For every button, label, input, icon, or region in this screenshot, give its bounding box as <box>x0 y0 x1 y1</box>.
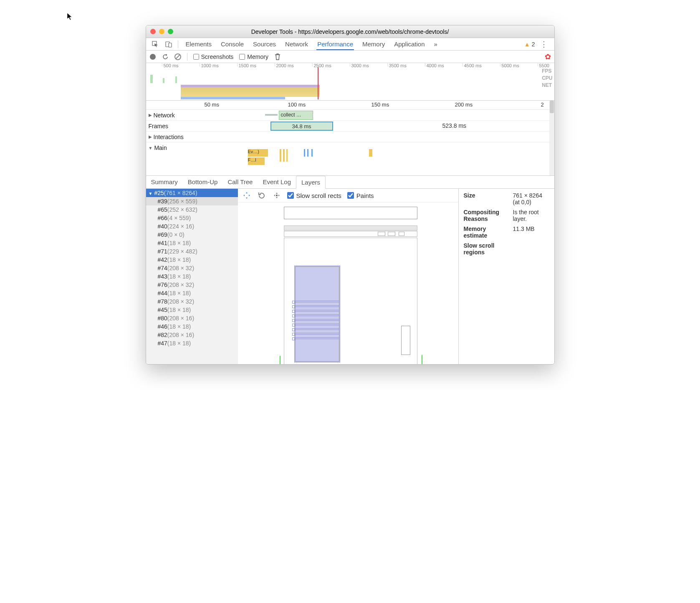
layer-id: #78 <box>158 298 167 305</box>
layer-tree-item[interactable]: #69(0 × 0) <box>146 231 238 239</box>
rotate-icon[interactable] <box>257 191 266 200</box>
tab-sources[interactable]: Sources <box>252 39 277 50</box>
flame-scrollbar[interactable] <box>549 101 554 175</box>
more-menu-icon[interactable]: ⋮ <box>537 40 551 49</box>
reload-record-button[interactable] <box>162 53 169 60</box>
flame-bar[interactable] <box>286 149 288 162</box>
paints-toggle[interactable]: Paints <box>347 192 374 199</box>
layer-tree-item[interactable]: #74(208 × 32) <box>146 264 238 272</box>
tab-overflow[interactable]: » <box>433 39 438 50</box>
layer-tree-item[interactable]: #40(224 × 16) <box>146 222 238 231</box>
timeline-overview[interactable]: 500 ms 1000 ms 1500 ms 2000 ms 2500 ms 3… <box>146 63 554 101</box>
layer-tree-item[interactable]: #66(4 × 559) <box>146 214 238 222</box>
layer-tree[interactable]: ▼ #25(761 × 8264) #39(256 × 559)#65(252 … <box>146 189 238 364</box>
tab-memory[interactable]: Memory <box>361 39 386 50</box>
memory-checkbox[interactable] <box>239 54 245 60</box>
layer-tree-item[interactable]: #80(208 × 16) <box>146 314 238 322</box>
tab-console[interactable]: Console <box>220 39 245 50</box>
flame-bar[interactable] <box>283 149 285 162</box>
pan-icon[interactable] <box>242 191 251 200</box>
layer-tree-item[interactable]: #76(208 × 32) <box>146 281 238 289</box>
layer-tree-item[interactable]: #47(18 × 18) <box>146 339 238 347</box>
legend-net: NET <box>542 82 552 88</box>
memory-toggle[interactable]: Memory <box>239 53 268 60</box>
layer-tree-item[interactable]: #44(18 × 18) <box>146 289 238 297</box>
layer-dims: (208 × 16) <box>167 332 194 338</box>
flame-bar[interactable]: Ev…) <box>248 149 268 157</box>
layer-dims: (224 × 16) <box>167 223 194 230</box>
layer-tree-item[interactable]: #46(18 × 18) <box>146 322 238 331</box>
paints-checkbox[interactable] <box>347 192 354 199</box>
close-icon[interactable] <box>150 29 156 34</box>
tab-performance[interactable]: Performance <box>316 39 354 50</box>
track-network[interactable]: Network collect … <box>146 110 554 121</box>
zoom-icon[interactable] <box>168 29 173 34</box>
layer-id: #40 <box>158 223 167 230</box>
wire-page <box>284 225 417 364</box>
main-tabs: Elements Console Sources Network Perform… <box>185 39 438 50</box>
track-label-network[interactable]: Network <box>146 112 196 119</box>
record-button[interactable] <box>149 53 156 60</box>
frame-entry[interactable]: 34.8 ms <box>270 122 333 131</box>
layer-tree-item[interactable]: #78(208 × 32) <box>146 297 238 306</box>
network-entry[interactable]: collect … <box>279 111 313 120</box>
detail-tab-summary[interactable]: Summary <box>146 176 183 188</box>
layer-tree-item[interactable]: #39(256 × 559) <box>146 197 238 205</box>
layer-dims: (761 × 8264) <box>164 190 197 196</box>
layer-tree-item[interactable]: #41(18 × 18) <box>146 239 238 247</box>
screenshots-toggle[interactable]: Screenshots <box>193 53 234 60</box>
detail-tab-layers[interactable]: Layers <box>296 176 326 189</box>
overview-legend: FPS CPU NET <box>542 68 552 88</box>
tab-elements[interactable]: Elements <box>185 39 213 50</box>
layer-tree-item[interactable]: #45(18 × 18) <box>146 306 238 314</box>
gc-button[interactable] <box>274 53 281 60</box>
svg-rect-2 <box>169 43 172 47</box>
warning-badge[interactable]: ▲ 2 <box>524 41 535 48</box>
layer-id: #71 <box>158 248 167 255</box>
detail-tab-bottomup[interactable]: Bottom-Up <box>183 176 223 188</box>
overview-tick: 1000 ms <box>200 63 219 66</box>
track-frames[interactable]: Frames 34.8 ms 523.8 ms <box>146 121 554 132</box>
detail-tab-eventlog[interactable]: Event Log <box>258 176 296 188</box>
detail-tab-calltree[interactable]: Call Tree <box>222 176 258 188</box>
layer-tree-item[interactable]: #82(208 × 16) <box>146 331 238 339</box>
layer-id: #25 <box>154 190 164 196</box>
inspect-element-icon[interactable] <box>149 41 161 48</box>
layer-dims: (252 × 632) <box>167 206 197 213</box>
minimize-icon[interactable] <box>159 29 164 34</box>
network-bar <box>265 114 278 116</box>
layer-tree-root[interactable]: ▼ #25(761 × 8264) <box>146 189 238 197</box>
track-label-main[interactable]: Main <box>146 144 196 151</box>
flame-bar[interactable] <box>280 149 281 162</box>
layer-tree-item[interactable]: #42(18 × 18) <box>146 256 238 264</box>
flame-bars[interactable]: Ev…) F…l <box>196 149 554 172</box>
screenshots-checkbox[interactable] <box>193 54 199 60</box>
settings-icon[interactable]: ✿ <box>545 52 551 61</box>
track-label-frames: Frames <box>146 123 196 129</box>
flame-chart[interactable]: 50 ms 100 ms 150 ms 200 ms 2 Network col… <box>146 101 554 176</box>
overview-tick: 1500 ms <box>237 63 256 66</box>
tab-network[interactable]: Network <box>284 39 309 50</box>
wire-rect <box>401 326 410 355</box>
layer-dims: (256 × 559) <box>167 198 197 205</box>
slow-scroll-toggle[interactable]: Slow scroll rects <box>287 192 341 199</box>
prop-key: Memory estimate <box>464 225 510 239</box>
flame-bar[interactable]: F…l <box>248 157 265 165</box>
window-titlebar[interactable]: Developer Tools - https://developers.goo… <box>146 25 554 38</box>
flame-bar[interactable] <box>304 149 305 157</box>
flame-bar[interactable] <box>307 149 308 157</box>
slow-scroll-checkbox[interactable] <box>287 192 294 199</box>
layer-canvas[interactable] <box>238 202 458 364</box>
layer-tree-item[interactable]: #65(252 × 632) <box>146 205 238 214</box>
tab-application[interactable]: Application <box>393 39 425 50</box>
layer-tree-item[interactable]: #71(229 × 482) <box>146 247 238 256</box>
flame-bar[interactable] <box>369 149 372 157</box>
flame-bar[interactable] <box>311 149 313 157</box>
layer-tree-item[interactable]: #43(18 × 18) <box>146 272 238 281</box>
track-label-interactions[interactable]: Interactions <box>146 134 196 140</box>
overview-tick: 3000 ms <box>350 63 369 66</box>
toggle-device-icon[interactable] <box>163 41 174 48</box>
reset-view-icon[interactable] <box>272 191 281 200</box>
track-interactions[interactable]: Interactions <box>146 132 554 142</box>
clear-button[interactable] <box>174 53 181 60</box>
